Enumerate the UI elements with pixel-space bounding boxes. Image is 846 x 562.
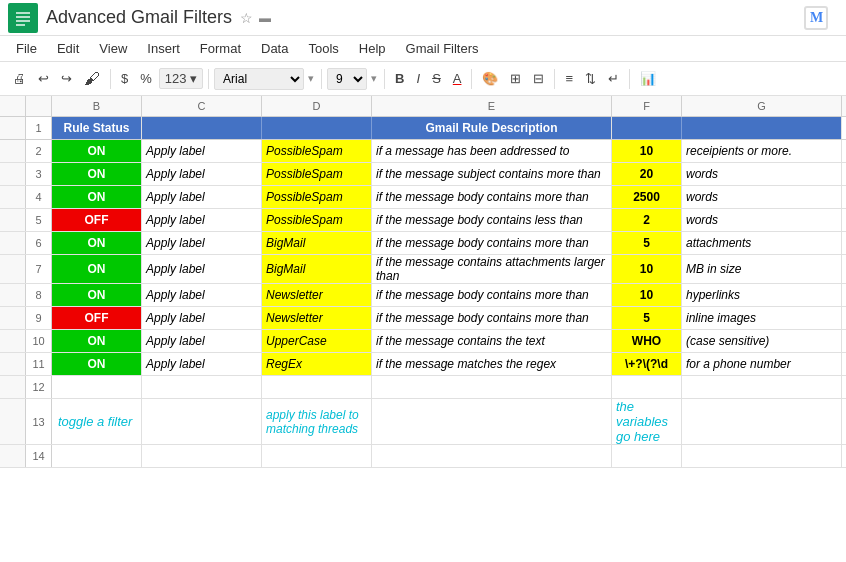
row-num-header <box>26 96 52 116</box>
merge-button[interactable]: ⊟ <box>528 68 549 89</box>
value-cell-10[interactable]: WHO <box>612 330 682 352</box>
percent-button[interactable]: % <box>135 68 157 89</box>
undo-button[interactable]: ↩ <box>33 68 54 89</box>
status-cell-11[interactable]: ON <box>52 353 142 375</box>
header-c-blank <box>142 117 262 139</box>
row-14-b <box>52 445 142 467</box>
valign-button[interactable]: ⇅ <box>580 68 601 89</box>
desc-cell-4: if the message body contains more than <box>372 186 612 208</box>
status-cell-4[interactable]: ON <box>52 186 142 208</box>
menu-data[interactable]: Data <box>253 39 296 58</box>
menu-edit[interactable]: Edit <box>49 39 87 58</box>
italic-button[interactable]: I <box>412 68 426 89</box>
annotation-c <box>142 399 262 444</box>
redo-button[interactable]: ↪ <box>56 68 77 89</box>
row-11-spacer <box>0 353 26 375</box>
status-cell-3[interactable]: ON <box>52 163 142 185</box>
value-cell-3[interactable]: 20 <box>612 163 682 185</box>
menu-gmail-filters[interactable]: Gmail Filters <box>398 39 487 58</box>
align-button[interactable]: ≡ <box>560 68 578 89</box>
apply-label-cell-2: Apply label <box>142 140 262 162</box>
label-cell-6[interactable]: BigMail <box>262 232 372 254</box>
menu-tools[interactable]: Tools <box>300 39 346 58</box>
borders-button[interactable]: ⊞ <box>505 68 526 89</box>
value-cell-11[interactable]: \+?\(?\d <box>612 353 682 375</box>
desc-cell-2: if a message has been addressed to <box>372 140 612 162</box>
label-cell-10[interactable]: UpperCase <box>262 330 372 352</box>
value-cell-9[interactable]: 5 <box>612 307 682 329</box>
toolbar-separator-6 <box>554 69 555 89</box>
annotation-b: toggle a filter <box>52 399 142 444</box>
result-cell-11: for a phone number <box>682 353 842 375</box>
row-11-num: 11 <box>26 353 52 375</box>
row-7-num: 7 <box>26 255 52 283</box>
status-cell-10[interactable]: ON <box>52 330 142 352</box>
label-cell-2[interactable]: PossibleSpam <box>262 140 372 162</box>
column-headers: B C D E F G <box>0 96 846 117</box>
row-12: 12 <box>0 376 846 399</box>
label-cell-8[interactable]: Newsletter <box>262 284 372 306</box>
number-format-button[interactable]: 123 ▾ <box>159 68 203 89</box>
label-cell-3[interactable]: PossibleSpam <box>262 163 372 185</box>
label-cell-11[interactable]: RegEx <box>262 353 372 375</box>
row-14-g <box>682 445 842 467</box>
label-cell-7[interactable]: BigMail <box>262 255 372 283</box>
star-icon[interactable]: ☆ <box>240 10 253 26</box>
value-cell-5[interactable]: 2 <box>612 209 682 231</box>
menu-view[interactable]: View <box>91 39 135 58</box>
menu-insert[interactable]: Insert <box>139 39 188 58</box>
row-12-d <box>262 376 372 398</box>
value-cell-7[interactable]: 10 <box>612 255 682 283</box>
label-cell-5[interactable]: PossibleSpam <box>262 209 372 231</box>
result-cell-7: MB in size <box>682 255 842 283</box>
svg-rect-2 <box>16 16 30 18</box>
row-8: 8 ON Apply label Newsletter if the messa… <box>0 284 846 307</box>
col-f-header: F <box>612 96 682 116</box>
menu-help[interactable]: Help <box>351 39 394 58</box>
row-7-spacer <box>0 255 26 283</box>
result-cell-5: words <box>682 209 842 231</box>
row-6-num: 6 <box>26 232 52 254</box>
row-1-num-spacer <box>0 117 26 139</box>
desc-cell-7: if the message contains attachments larg… <box>372 255 612 283</box>
fontsize-selector[interactable]: 9 <box>327 68 367 90</box>
status-cell-5[interactable]: OFF <box>52 209 142 231</box>
paint-format-button[interactable]: 🖌 <box>79 67 105 91</box>
status-cell-2[interactable]: ON <box>52 140 142 162</box>
menu-format[interactable]: Format <box>192 39 249 58</box>
bold-button[interactable]: B <box>390 68 409 89</box>
row-5: 5 OFF Apply label PossibleSpam if the me… <box>0 209 846 232</box>
chart-button[interactable]: 📊 <box>635 68 661 89</box>
print-button[interactable]: 🖨 <box>8 68 31 89</box>
col-g-header: G <box>682 96 842 116</box>
status-cell-8[interactable]: ON <box>52 284 142 306</box>
header-f-blank <box>612 117 682 139</box>
currency-button[interactable]: $ <box>116 68 133 89</box>
row-12-g <box>682 376 842 398</box>
label-cell-9[interactable]: Newsletter <box>262 307 372 329</box>
font-selector[interactable]: Arial <box>214 68 304 90</box>
wrap-button[interactable]: ↵ <box>603 68 624 89</box>
row-14: 14 <box>0 445 846 468</box>
status-cell-9[interactable]: OFF <box>52 307 142 329</box>
value-cell-4[interactable]: 2500 <box>612 186 682 208</box>
value-cell-6[interactable]: 5 <box>612 232 682 254</box>
status-cell-7[interactable]: ON <box>52 255 142 283</box>
apply-label-cell-4: Apply label <box>142 186 262 208</box>
value-cell-2[interactable]: 10 <box>612 140 682 162</box>
fill-color-button[interactable]: 🎨 <box>477 68 503 89</box>
row-8-num: 8 <box>26 284 52 306</box>
status-cell-6[interactable]: ON <box>52 232 142 254</box>
move-icon[interactable]: ▬ <box>259 11 271 25</box>
row-14-e <box>372 445 612 467</box>
menu-file[interactable]: File <box>8 39 45 58</box>
value-cell-8[interactable]: 10 <box>612 284 682 306</box>
row-14-num: 14 <box>26 445 52 467</box>
row-2-spacer <box>0 140 26 162</box>
svg-rect-1 <box>16 12 30 14</box>
result-cell-9: inline images <box>682 307 842 329</box>
row-13-num: 13 <box>26 399 52 444</box>
label-cell-4[interactable]: PossibleSpam <box>262 186 372 208</box>
text-color-button[interactable]: A <box>448 68 467 89</box>
strikethrough-button[interactable]: S <box>427 68 446 89</box>
